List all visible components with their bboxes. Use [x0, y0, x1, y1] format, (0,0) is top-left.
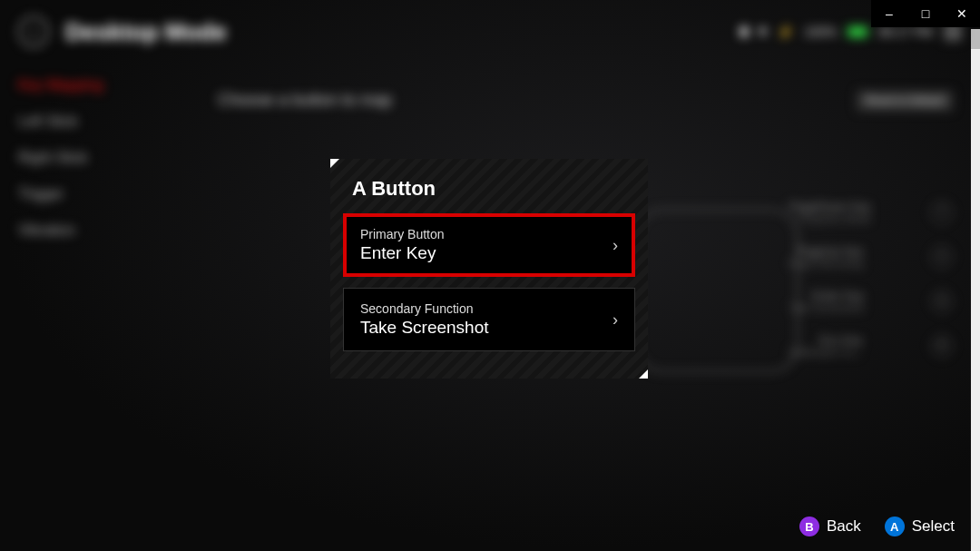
secondary-value: Take Screenshot [360, 318, 489, 338]
mapping-fn: Projection Mode [789, 213, 871, 224]
mapping-fn: Take Screenshot [789, 302, 864, 313]
primary-button-option[interactable]: Primary Button Enter Key › [343, 213, 635, 277]
dialog-title: A Button [330, 177, 648, 213]
sidebar: Key Mapping Left Stick Right Stick Trigg… [18, 77, 163, 239]
background-mappings-list: PageDown KeyProjection Mode Y PageUp Key… [789, 200, 953, 358]
reset-to-default-button[interactable]: Reset to Default [857, 91, 953, 111]
sidebar-item-vibration[interactable]: Vibration [18, 222, 163, 239]
mapping-key: PageUp Key [789, 244, 863, 258]
app-root: – □ ✕ ‹ Desktop Mode 100% 06:17 PM Key M… [0, 0, 980, 551]
sidebar-item-trigger[interactable]: Trigger [18, 186, 163, 202]
controller-illustration [635, 209, 799, 372]
mapping-button-icon: A [931, 290, 953, 312]
mapping-key: PageDown Key [789, 200, 871, 213]
primary-value: Enter Key [360, 243, 445, 263]
secondary-function-option[interactable]: Secondary Function Take Screenshot › [343, 288, 635, 351]
app-header: ‹ Desktop Mode 100% 06:17 PM [18, 9, 962, 54]
button-hints: B Back A Select [799, 517, 955, 536]
sidebar-item-left-stick[interactable]: Left Stick [18, 113, 163, 130]
hint-back-label: Back [827, 517, 861, 536]
page-title: Desktop Mode [65, 18, 227, 46]
mapping-key: Esc Key [789, 333, 863, 347]
chevron-right-icon: › [612, 310, 618, 330]
hint-select-label: Select [912, 517, 955, 536]
hint-select: A Select [885, 517, 955, 536]
mapping-fn: Begin Recording [789, 258, 863, 269]
mapping-row[interactable]: PageUp KeyBegin Recording X [789, 244, 953, 269]
mapping-row[interactable]: Enter KeyTake Screenshot A [789, 289, 953, 313]
mapping-button-icon: B [931, 335, 953, 357]
window-close-button[interactable]: ✕ [944, 0, 980, 27]
a-button-icon: A [885, 517, 905, 536]
mapping-row[interactable]: Esc KeyNotification Ce... B [789, 333, 953, 358]
window-maximize-button[interactable]: □ [907, 0, 944, 27]
status-notification-icon [740, 27, 748, 36]
sidebar-item-right-stick[interactable]: Right Stick [18, 150, 163, 166]
window-titlebar: – □ ✕ [871, 0, 980, 27]
sidebar-item-key-mapping[interactable]: Key Mapping [18, 77, 163, 93]
page-subtitle: Choose a button to map [218, 91, 392, 110]
secondary-label: Secondary Function [360, 301, 489, 316]
mapping-key: Enter Key [789, 289, 864, 302]
mapping-button-icon: X [931, 246, 953, 268]
status-wifi-icon [759, 24, 768, 40]
chevron-right-icon: › [612, 236, 618, 255]
mapping-fn: Notification Ce... [789, 347, 863, 358]
primary-label: Primary Button [360, 227, 445, 241]
mapping-row[interactable]: PageDown KeyProjection Mode Y [789, 200, 953, 224]
battery-percent: 100% [804, 25, 837, 39]
window-minimize-button[interactable]: – [871, 0, 907, 27]
status-bluetooth-icon [778, 25, 793, 39]
a-button-dialog: A Button Primary Button Enter Key › Seco… [330, 159, 648, 379]
battery-icon [848, 26, 867, 37]
mapping-button-icon: Y [931, 202, 953, 223]
b-button-icon: B [799, 517, 819, 536]
hint-back: B Back [799, 517, 861, 536]
back-icon[interactable]: ‹ [18, 16, 49, 47]
